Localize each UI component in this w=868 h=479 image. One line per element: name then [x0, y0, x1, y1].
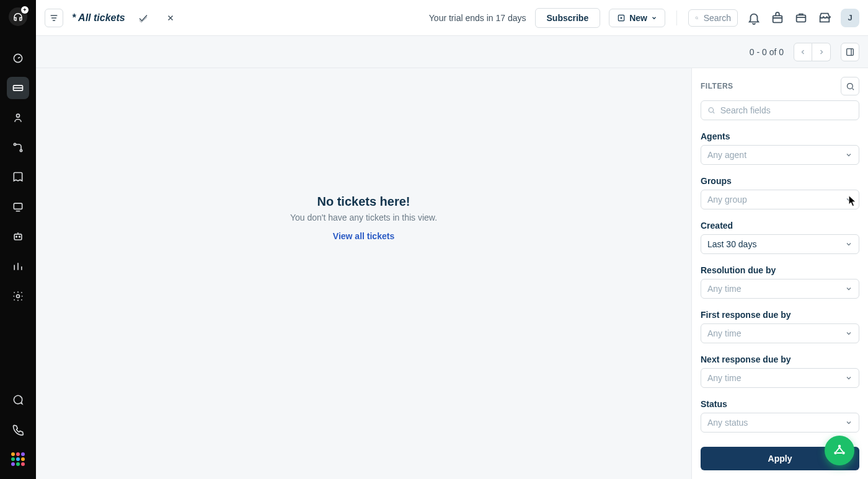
filter-label-first-response-due: First response due by	[701, 310, 859, 320]
view-title: * All tickets	[72, 12, 125, 24]
chevron-down-icon	[845, 240, 852, 248]
empty-title: No tickets here!	[317, 195, 410, 209]
notifications-icon[interactable]	[746, 11, 761, 25]
nav-chat[interactable]	[7, 389, 29, 411]
whats-new-icon[interactable]	[770, 11, 785, 25]
svg-rect-12	[773, 15, 782, 22]
svg-point-9	[17, 295, 20, 298]
filter-next-response-due-value: Any time	[707, 373, 741, 383]
svg-point-8	[19, 236, 20, 237]
filter-next-response-due-select[interactable]: Any time	[701, 368, 859, 388]
filter-label-next-response-due: Next response due by	[701, 354, 859, 364]
marketplace-icon[interactable]	[817, 11, 832, 25]
filter-status-select[interactable]: Any status	[701, 413, 859, 433]
filter-created-select[interactable]: Last 30 days	[701, 234, 859, 254]
apps-icon[interactable]	[794, 11, 808, 25]
side-nav	[7, 47, 29, 307]
chevron-down-icon	[845, 419, 852, 426]
filter-field-search-input[interactable]	[720, 105, 852, 115]
nav-analytics[interactable]	[7, 255, 29, 278]
subbar: 0 - 0 of 0	[36, 36, 868, 68]
nav-automation[interactable]	[7, 136, 29, 159]
nav-solutions[interactable]	[7, 166, 29, 188]
global-search[interactable]: Search	[688, 9, 738, 27]
filter-status-value: Any status	[707, 418, 748, 428]
filter-resolution-due-select[interactable]: Any time	[701, 279, 859, 299]
svg-point-3	[14, 143, 16, 145]
chevron-down-icon	[845, 374, 852, 382]
filter-groups-select[interactable]: Any group	[701, 190, 859, 209]
pager	[794, 43, 831, 61]
filter-panel-toggle[interactable]	[841, 43, 859, 61]
pager-prev[interactable]	[794, 43, 812, 61]
new-button-label: New	[629, 13, 647, 23]
chevron-down-icon	[845, 330, 852, 337]
nav-tickets[interactable]	[7, 77, 29, 99]
svg-rect-13	[797, 15, 806, 22]
svg-point-18	[834, 452, 836, 454]
filter-agents-value: Any agent	[707, 150, 746, 160]
chevron-down-icon	[845, 151, 852, 159]
filter-groups-value: Any group	[707, 195, 747, 204]
filter-label-status: Status	[701, 399, 859, 409]
nav-admin[interactable]	[7, 285, 29, 307]
search-placeholder: Search	[704, 13, 731, 23]
plus-square-icon	[617, 14, 626, 22]
chevron-down-icon	[845, 196, 852, 203]
new-button[interactable]: New	[609, 9, 665, 27]
pager-next[interactable]	[812, 43, 831, 61]
nav-bot[interactable]	[7, 226, 29, 248]
filters-heading: FILTERS	[701, 82, 733, 90]
nav-freshworks-switcher[interactable]	[7, 448, 29, 470]
ticket-list: No tickets here! You don't have any tick…	[36, 68, 691, 479]
filter-label-created: Created	[701, 221, 859, 231]
svg-point-4	[20, 149, 22, 151]
header: * All tickets Your trial ends in 17 days…	[36, 0, 868, 36]
filter-first-response-due-select[interactable]: Any time	[701, 323, 859, 343]
chevron-down-icon	[651, 15, 657, 21]
nav-contacts[interactable]	[7, 107, 29, 129]
freshchat-icon	[832, 443, 847, 458]
svg-point-7	[16, 236, 17, 237]
sidebar: +	[0, 0, 36, 479]
svg-point-19	[842, 452, 844, 454]
result-count: 0 - 0 of 0	[750, 47, 784, 57]
svg-point-2	[17, 114, 20, 117]
save-view-button[interactable]	[134, 9, 153, 27]
filter-first-response-due-value: Any time	[707, 328, 741, 338]
view-all-tickets-link[interactable]: View all tickets	[333, 231, 394, 241]
nav-dashboard[interactable]	[7, 47, 29, 69]
filter-field-search[interactable]	[701, 100, 859, 120]
svg-rect-5	[14, 203, 22, 209]
empty-subtitle: You don't have any tickets in this view.	[290, 213, 437, 222]
svg-rect-14	[847, 48, 854, 55]
filter-agents-select[interactable]: Any agent	[701, 145, 859, 165]
nav-social[interactable]	[7, 196, 29, 218]
svg-point-17	[838, 445, 841, 447]
filter-label-agents: Agents	[701, 131, 859, 141]
search-icon	[707, 106, 715, 115]
filters-search-button[interactable]	[841, 77, 859, 95]
svg-point-15	[847, 83, 852, 89]
divider	[676, 11, 677, 25]
filters-panel: FILTERS Agents Any agent Groups Any grou…	[691, 68, 868, 479]
filter-label-groups: Groups	[701, 176, 859, 186]
view-switcher-button[interactable]	[45, 9, 63, 27]
search-icon	[695, 13, 699, 23]
discard-view-button[interactable]	[161, 9, 180, 27]
svg-point-16	[709, 108, 713, 112]
filter-resolution-due-value: Any time	[707, 284, 741, 294]
nav-phone[interactable]	[7, 418, 29, 441]
trial-notice: Your trial ends in 17 days	[429, 13, 526, 23]
chevron-down-icon	[845, 285, 852, 292]
svg-point-11	[696, 17, 698, 19]
avatar[interactable]: J	[841, 9, 859, 27]
filter-created-value: Last 30 days	[707, 239, 756, 249]
subscribe-button[interactable]: Subscribe	[535, 8, 601, 28]
freshchat-fab[interactable]	[825, 436, 854, 465]
filter-label-resolution-due: Resolution due by	[701, 265, 859, 275]
product-logo[interactable]: +	[9, 7, 27, 26]
plus-badge-icon: +	[21, 6, 29, 14]
